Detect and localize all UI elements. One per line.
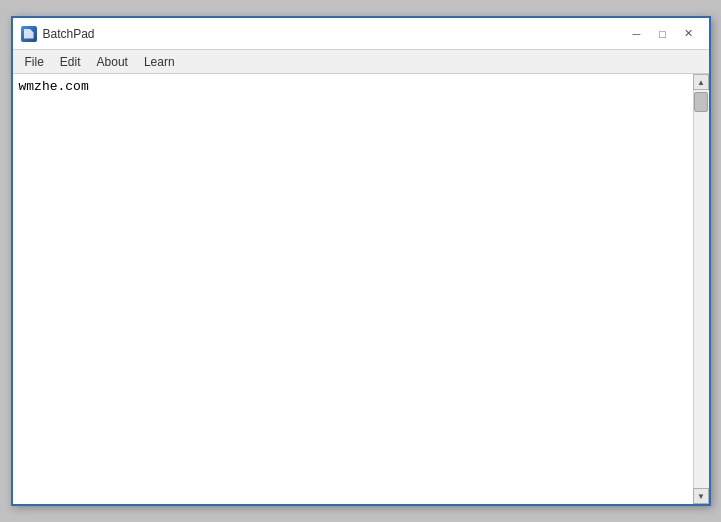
scrollbar-down-arrow[interactable]: ▼ — [693, 488, 709, 504]
menu-bar: File Edit About Learn — [13, 50, 709, 74]
window-controls: ─ □ ✕ — [625, 24, 701, 44]
close-button[interactable]: ✕ — [677, 24, 701, 44]
menu-file[interactable]: File — [17, 53, 52, 71]
title-bar: BatchPad ─ □ ✕ — [13, 18, 709, 50]
menu-edit[interactable]: Edit — [52, 53, 89, 71]
menu-learn[interactable]: Learn — [136, 53, 183, 71]
app-icon — [21, 26, 37, 42]
window-title: BatchPad — [43, 27, 95, 41]
title-bar-left: BatchPad — [21, 26, 625, 42]
app-icon-graphic — [24, 29, 34, 39]
editor-area: ▲ ▼ — [13, 74, 709, 504]
scrollbar-up-arrow[interactable]: ▲ — [693, 74, 709, 90]
minimize-button[interactable]: ─ — [625, 24, 649, 44]
main-window: BatchPad ─ □ ✕ File Edit About Learn ▲ ▼ — [11, 16, 711, 506]
scrollbar-track: ▲ ▼ — [693, 74, 709, 504]
maximize-button[interactable]: □ — [651, 24, 675, 44]
menu-about[interactable]: About — [89, 53, 136, 71]
scrollbar-thumb[interactable] — [694, 92, 708, 112]
text-editor[interactable] — [13, 74, 693, 504]
